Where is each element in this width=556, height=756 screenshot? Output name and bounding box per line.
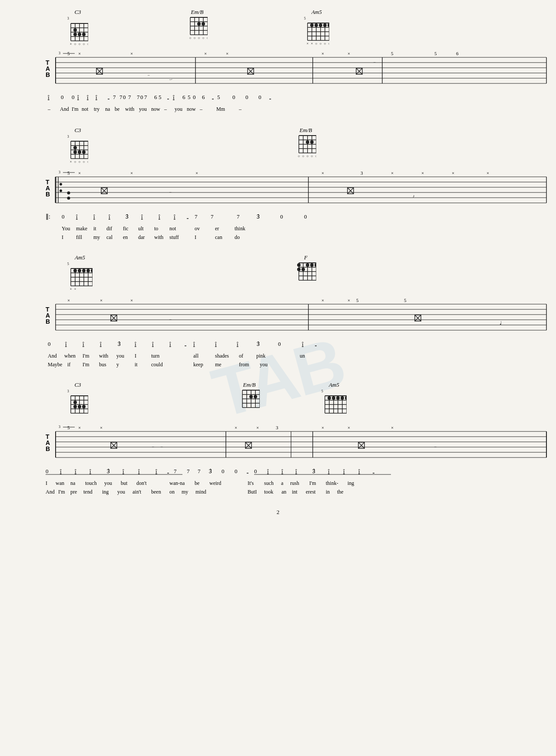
lyrics-svg-2b: I fill my cal en dar with stuff I can do [43, 232, 547, 241]
svg-text:0: 0 [235, 468, 238, 474]
svg-point-279 [297, 263, 301, 267]
svg-text:a: a [281, 480, 284, 486]
svg-text:0: 0 [62, 213, 65, 220]
svg-text:×: × [78, 51, 81, 56]
svg-text:0: 0 [245, 94, 248, 100]
chord-name-C3: C3 [67, 9, 88, 16]
svg-text:○: ○ [207, 36, 208, 39]
svg-text:weird: weird [209, 480, 221, 486]
tab-numbers-svg-2: ‖: 0 î î î 3̂ î î î 7 7 7 3̂ 0 0 [43, 210, 547, 224]
chord-EmB-1: Em/B ○ ○ [187, 9, 208, 41]
lyrics-svg-4b: And I'm pre tend ing you ain't been on m… [43, 487, 547, 496]
svg-text:And: And [60, 106, 69, 112]
svg-text:cal: cal [106, 234, 113, 240]
svg-text:3̂: 3̂ [106, 468, 110, 474]
svg-point-364 [73, 405, 77, 408]
svg-text:3: 3 [59, 425, 60, 429]
svg-text:if: if [67, 361, 70, 368]
svg-text:er: er [215, 225, 219, 232]
svg-point-12 [82, 33, 86, 36]
page-number: 2 [26, 509, 530, 516]
svg-point-283 [314, 263, 316, 267]
tab-numbers-1: î 0 0 î î î 7 7 0 7 7 0 7 6 5 [43, 90, 530, 104]
svg-text:î: î [158, 213, 160, 220]
svg-text:×: × [321, 298, 324, 303]
svg-text:ing: ing [102, 489, 109, 495]
svg-text:it: it [135, 361, 138, 368]
svg-text:my: my [182, 489, 188, 495]
chord-grid-Am5: × × ○ ○ ○ ○ [304, 22, 329, 45]
svg-text:now: now [151, 106, 160, 112]
svg-text:3: 3 [59, 170, 60, 174]
svg-text:mind: mind [195, 489, 206, 495]
svg-text:î: î [89, 468, 91, 474]
svg-text:5: 5 [404, 298, 407, 303]
svg-text:you: you [116, 353, 124, 359]
svg-text:you: you [260, 361, 268, 368]
svg-text:3̂: 3̂ [125, 213, 129, 220]
svg-text:6: 6 [456, 51, 459, 56]
lyrics-row-3a: And when I'm with you I turn all shades … [43, 351, 530, 360]
chord-svg [239, 389, 260, 412]
chord-svg: ○ ○ ○ ○ ○ [295, 135, 316, 157]
svg-text:I: I [195, 234, 196, 240]
svg-text:–: – [373, 60, 376, 64]
svg-point-362 [78, 405, 81, 408]
svg-text:with: with [125, 106, 134, 112]
chord-fret: 3 [67, 389, 88, 395]
svg-text:tend: tend [83, 489, 93, 495]
svg-point-11 [78, 33, 81, 36]
svg-text:0: 0 [72, 94, 75, 100]
svg-text:B: B [46, 191, 50, 198]
svg-text:–: – [238, 106, 242, 112]
section-1: C3 3 [26, 9, 530, 114]
svg-text:×: × [452, 170, 454, 176]
chord-svg: × ○ ○ ○ ○ [67, 140, 88, 163]
svg-point-388 [328, 396, 331, 400]
chord-name: F [295, 254, 316, 261]
svg-text:7: 7 [174, 468, 177, 474]
svg-text:been: been [151, 489, 161, 495]
svg-text:I'm: I'm [309, 480, 316, 486]
chord-name: Am5 [67, 254, 93, 261]
svg-text:î: î [74, 468, 76, 474]
svg-text:7: 7 [137, 94, 140, 100]
svg-text:to: to [154, 225, 158, 232]
svg-text:be: be [115, 106, 119, 112]
svg-text:–: – [160, 444, 163, 448]
lyrics-row-4b: And I'm pre tend ing you ain't been on m… [43, 487, 530, 496]
lyrics-svg-3b: Maybe if I'm bus y it could keep me from… [43, 360, 547, 368]
svg-point-262 [73, 269, 77, 272]
svg-point-363 [82, 405, 86, 408]
svg-text:It's: It's [248, 480, 254, 486]
tab-staff-4: T A B 5 × [43, 424, 530, 464]
chord-row-2: C3 3 [26, 127, 530, 168]
svg-text:×: × [307, 42, 309, 45]
svg-text:×: × [130, 298, 133, 303]
svg-text:not: not [169, 225, 176, 232]
svg-text:wan-na: wan-na [169, 480, 185, 486]
svg-point-150 [73, 146, 77, 149]
svg-point-392 [345, 396, 347, 400]
chord-svg: × × [67, 268, 93, 290]
svg-text:–: – [169, 189, 172, 194]
svg-text:3̂: 3̂ [256, 213, 260, 220]
svg-text:now: now [187, 106, 196, 112]
svg-text:when: when [64, 353, 76, 359]
svg-text:–: – [199, 106, 203, 112]
svg-text:‖:: ‖: [46, 213, 50, 220]
svg-text:×: × [311, 42, 313, 45]
lyrics-row-1: – And I'm not try na be with you now – y… [43, 104, 530, 114]
svg-text:5: 5 [434, 51, 437, 56]
svg-point-51 [328, 23, 329, 27]
svg-text:○: ○ [79, 42, 81, 45]
content: C3 3 [26, 9, 530, 516]
svg-text:an: an [281, 489, 286, 495]
chord-name: C3 [67, 127, 88, 134]
svg-text:5: 5 [67, 170, 70, 176]
svg-text:I'm: I'm [83, 353, 89, 359]
svg-text:×: × [321, 425, 324, 430]
svg-text:B: B [46, 445, 50, 452]
svg-text:î: î [358, 468, 360, 474]
svg-text:en: en [123, 234, 128, 240]
